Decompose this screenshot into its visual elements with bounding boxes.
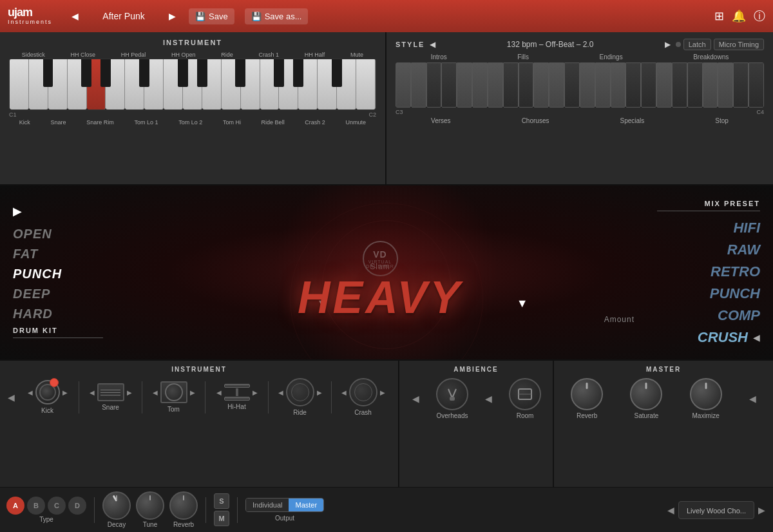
hihat-icon[interactable]: [224, 384, 250, 401]
info-icon[interactable]: ⓘ: [754, 8, 765, 24]
save-button[interactable]: 💾 Save: [189, 8, 234, 24]
style-key[interactable]: [396, 62, 411, 108]
tom-right-arrow[interactable]: ▶: [189, 389, 196, 396]
ambience-mid-arrow[interactable]: ◀: [484, 394, 493, 404]
style-key[interactable]: [411, 62, 426, 108]
mix-option-raw[interactable]: RAW: [727, 242, 760, 258]
tune-knob[interactable]: [136, 491, 164, 520]
white-key[interactable]: [222, 59, 241, 109]
style-keyboard[interactable]: [396, 62, 764, 108]
master-saturate-knob[interactable]: [630, 378, 662, 410]
type-b-button[interactable]: B: [27, 497, 45, 515]
grid-icon[interactable]: ⊞: [714, 9, 724, 23]
white-key[interactable]: [10, 59, 29, 109]
kick-left-arrow[interactable]: ◀: [26, 389, 34, 396]
kit-option-open[interactable]: OPEN: [13, 227, 103, 242]
hihat-left-arrow[interactable]: ◀: [215, 389, 223, 396]
crash-right-arrow[interactable]: ▶: [379, 389, 386, 396]
master-maximize-knob[interactable]: [690, 378, 722, 410]
style-key[interactable]: [672, 62, 687, 108]
style-key[interactable]: [703, 62, 718, 108]
white-key[interactable]: [356, 59, 376, 109]
style-prev-button[interactable]: ◀: [430, 40, 435, 49]
m-button[interactable]: M: [214, 511, 229, 526]
style-key[interactable]: [687, 62, 703, 108]
ride-right-arrow[interactable]: ▶: [316, 389, 323, 396]
ride-left-arrow[interactable]: ◀: [277, 389, 285, 396]
reverb-knob[interactable]: [169, 491, 198, 520]
mix-option-retro[interactable]: RETRO: [711, 263, 760, 280]
mix-option-crush[interactable]: CRUSH: [698, 329, 748, 346]
inst-left-arrow[interactable]: ◀: [6, 392, 16, 403]
save-as-button[interactable]: 💾 Save as...: [245, 8, 309, 24]
style-key[interactable]: [718, 62, 733, 108]
style-key[interactable]: [656, 62, 672, 108]
individual-button[interactable]: Individual: [246, 499, 289, 511]
ambience-left-arrow[interactable]: ◀: [411, 394, 421, 404]
kit-option-fat[interactable]: FAT: [13, 247, 103, 261]
white-key[interactable]: [68, 59, 87, 109]
kit-option-punch[interactable]: PUNCH: [13, 267, 103, 281]
style-key[interactable]: [533, 62, 549, 108]
style-key[interactable]: [580, 62, 595, 108]
style-key[interactable]: [472, 62, 488, 108]
style-key[interactable]: [457, 62, 472, 108]
white-key[interactable]: [318, 59, 337, 109]
snare-left-arrow[interactable]: ◀: [88, 389, 96, 396]
snare-icon[interactable]: [97, 383, 124, 401]
style-key[interactable]: [503, 62, 519, 108]
kit-option-hard[interactable]: HARD: [13, 307, 103, 321]
master-collapse-arrow[interactable]: ◀: [749, 394, 756, 404]
style-key[interactable]: [749, 62, 764, 108]
style-next-button[interactable]: ▶: [665, 40, 671, 49]
crash-left-arrow[interactable]: ◀: [340, 389, 348, 396]
tom-icon[interactable]: [160, 381, 187, 403]
style-key[interactable]: [625, 62, 641, 108]
kit-option-deep[interactable]: DEEP: [13, 287, 103, 301]
mix-option-hifi[interactable]: HIFI: [733, 220, 760, 236]
style-key[interactable]: [595, 62, 611, 108]
type-c-button[interactable]: C: [48, 497, 66, 515]
ride-knob-group: ◀ ▶ Ride: [271, 378, 329, 416]
decay-knob[interactable]: [102, 491, 131, 520]
type-a-button[interactable]: A: [6, 497, 24, 515]
tom-left-arrow[interactable]: ◀: [151, 389, 159, 396]
white-key[interactable]: [164, 59, 183, 109]
ride-icon[interactable]: [286, 378, 314, 406]
master-button[interactable]: Master: [289, 499, 323, 511]
snare-right-arrow[interactable]: ▶: [126, 389, 133, 396]
style-key[interactable]: [426, 62, 442, 108]
kick-right-arrow[interactable]: ▶: [61, 389, 69, 396]
style-key[interactable]: [488, 62, 503, 108]
style-key[interactable]: [611, 62, 626, 108]
style-key[interactable]: [641, 62, 656, 108]
mix-arrow-right[interactable]: ◀: [753, 332, 760, 343]
style-key[interactable]: [441, 62, 457, 108]
preset-prev-arrow[interactable]: ◀: [666, 505, 676, 515]
latch-button[interactable]: Latch: [683, 39, 711, 50]
mix-option-punch[interactable]: PUNCH: [710, 285, 760, 302]
micro-timing-button[interactable]: Micro Timing: [714, 39, 764, 50]
white-key[interactable]: [29, 59, 48, 109]
next-preset-button[interactable]: ▶: [166, 8, 178, 24]
style-key[interactable]: [733, 62, 749, 108]
master-reverb-knob[interactable]: [571, 378, 603, 410]
bell-icon[interactable]: 🔔: [732, 10, 746, 23]
down-arrow-right[interactable]: ▼: [517, 297, 528, 310]
style-key[interactable]: [564, 62, 580, 108]
type-d-button[interactable]: D: [68, 497, 86, 515]
white-key[interactable]: [260, 59, 280, 109]
overheads-icon[interactable]: [436, 378, 468, 410]
style-key[interactable]: [549, 62, 564, 108]
preset-next-arrow[interactable]: ▶: [757, 505, 767, 515]
style-key[interactable]: [519, 62, 534, 108]
instrument-keyboard[interactable]: [9, 59, 376, 110]
white-key[interactable]: [125, 59, 144, 109]
room-icon[interactable]: [509, 378, 541, 410]
hihat-right-arrow[interactable]: ▶: [251, 389, 259, 396]
mix-option-comp[interactable]: COMP: [718, 307, 760, 324]
prev-preset-button[interactable]: ◀: [69, 8, 81, 24]
crash-icon[interactable]: [349, 378, 377, 406]
s-button[interactable]: S: [214, 493, 229, 509]
play-button[interactable]: ▶: [13, 204, 103, 218]
